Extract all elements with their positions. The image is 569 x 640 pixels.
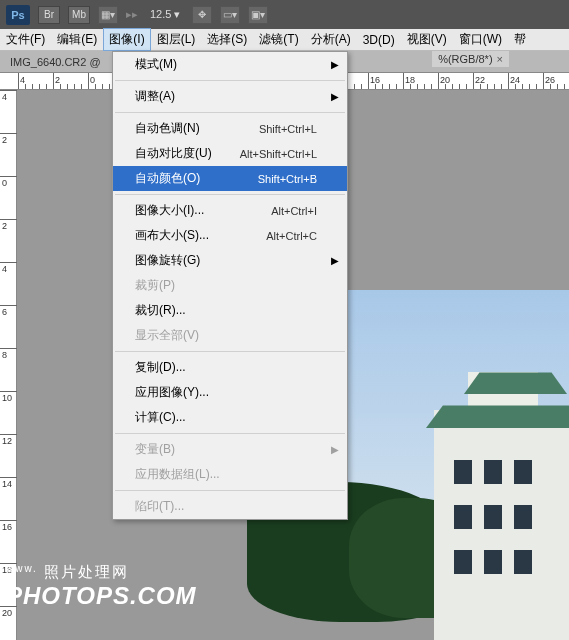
menu-separator <box>115 80 345 81</box>
menu-item: 陷印(T)... <box>113 494 347 519</box>
ruler-tick-label: 4 <box>2 264 7 274</box>
ruler-tick-label: 10 <box>2 393 12 403</box>
menu-item-label: 显示全部(V) <box>135 327 199 344</box>
menu-item[interactable]: 调整(A)▶ <box>113 84 347 109</box>
bridge-button[interactable]: Br <box>38 6 60 24</box>
menu-file[interactable]: 文件(F) <box>0 28 51 51</box>
menu-window[interactable]: 窗口(W) <box>453 28 508 51</box>
submenu-arrow-icon: ▶ <box>331 444 339 455</box>
menu-item-label: 变量(B) <box>135 441 175 458</box>
menu-item[interactable]: 计算(C)... <box>113 405 347 430</box>
menu-separator <box>115 194 345 195</box>
menu-item-label: 自动颜色(O) <box>135 170 200 187</box>
menu-analysis[interactable]: 分析(A) <box>305 28 357 51</box>
menu-item: 裁剪(P) <box>113 273 347 298</box>
menu-item-label: 复制(D)... <box>135 359 186 376</box>
menu-edit[interactable]: 编辑(E) <box>51 28 103 51</box>
screen-mode-icon[interactable]: ▦▾ <box>98 6 118 24</box>
menu-item[interactable]: 自动颜色(O)Shift+Ctrl+B <box>113 166 347 191</box>
menu-item-label: 应用数据组(L)... <box>135 466 220 483</box>
menu-item-label: 画布大小(S)... <box>135 227 209 244</box>
separator: ▸▸ <box>126 8 138 21</box>
menu-item-label: 自动色调(N) <box>135 120 200 137</box>
menu-item[interactable]: 画布大小(S)...Alt+Ctrl+C <box>113 223 347 248</box>
hand-tool-icon[interactable]: ✥ <box>192 6 212 24</box>
menu-item-label: 计算(C)... <box>135 409 186 426</box>
menu-item[interactable]: 模式(M)▶ <box>113 52 347 77</box>
menubar: 文件(F) 编辑(E) 图像(I) 图层(L) 选择(S) 滤镜(T) 分析(A… <box>0 29 569 51</box>
ruler-tick-label: 6 <box>2 307 7 317</box>
menu-item: 变量(B)▶ <box>113 437 347 462</box>
menu-item-label: 模式(M) <box>135 56 177 73</box>
menu-item: 应用数据组(L)... <box>113 462 347 487</box>
menu-layer[interactable]: 图层(L) <box>151 28 202 51</box>
menu-view[interactable]: 视图(V) <box>401 28 453 51</box>
ruler-tick-label: 8 <box>2 350 7 360</box>
menu-shortcut: Alt+Ctrl+C <box>266 230 317 242</box>
ruler-tick-label: 4 <box>2 92 7 102</box>
zoom-value[interactable]: 12.5 ▾ <box>146 8 184 21</box>
ps-logo: Ps <box>6 5 30 25</box>
ruler-vertical: 4202468101214161820 <box>0 90 17 640</box>
menu-separator <box>115 433 345 434</box>
menu-item-label: 应用图像(Y)... <box>135 384 209 401</box>
app-toolbar: Ps Br Mb ▦▾ ▸▸ 12.5 ▾ ✥ ▭▾ ▣▾ <box>0 0 569 29</box>
menu-item-label: 调整(A) <box>135 88 175 105</box>
menu-item-label: 裁切(R)... <box>135 302 186 319</box>
menu-item[interactable]: 复制(D)... <box>113 355 347 380</box>
arrange-icon[interactable]: ▭▾ <box>220 6 240 24</box>
document-tab-name: IMG_6640.CR2 @ <box>10 56 101 68</box>
menu-item-label: 自动对比度(U) <box>135 145 212 162</box>
menu-shortcut: Alt+Shift+Ctrl+L <box>240 148 317 160</box>
menu-item-label: 图像大小(I)... <box>135 202 204 219</box>
ruler-tick-label: 2 <box>2 221 7 231</box>
menu-shortcut: Alt+Ctrl+I <box>271 205 317 217</box>
close-icon[interactable]: × <box>497 53 503 65</box>
watermark: www. 照片处理网 PHOTOPS.COM <box>6 563 197 610</box>
ruler-tick-label: 12 <box>2 436 12 446</box>
menu-help[interactable]: 帮 <box>508 28 532 51</box>
menu-item[interactable]: 自动对比度(U)Alt+Shift+Ctrl+L <box>113 141 347 166</box>
menu-shortcut: Shift+Ctrl+L <box>259 123 317 135</box>
menu-item: 显示全部(V) <box>113 323 347 348</box>
menu-item-label: 裁剪(P) <box>135 277 175 294</box>
document-tab-info: %(RGB/8*)× <box>432 51 509 67</box>
screen-icon[interactable]: ▣▾ <box>248 6 268 24</box>
menu-separator <box>115 490 345 491</box>
menu-item-label: 陷印(T)... <box>135 498 184 515</box>
ruler-tick-label: 2 <box>2 135 7 145</box>
menu-filter[interactable]: 滤镜(T) <box>253 28 304 51</box>
menu-shortcut: Shift+Ctrl+B <box>258 173 317 185</box>
menu-item[interactable]: 应用图像(Y)... <box>113 380 347 405</box>
menu-3d[interactable]: 3D(D) <box>357 30 401 50</box>
menu-item[interactable]: 图像大小(I)...Alt+Ctrl+I <box>113 198 347 223</box>
menu-separator <box>115 112 345 113</box>
submenu-arrow-icon: ▶ <box>331 91 339 102</box>
ruler-tick-label: 0 <box>2 178 7 188</box>
menu-item[interactable]: 图像旋转(G)▶ <box>113 248 347 273</box>
menu-item-label: 图像旋转(G) <box>135 252 200 269</box>
menu-item[interactable]: 自动色调(N)Shift+Ctrl+L <box>113 116 347 141</box>
menu-item[interactable]: 裁切(R)... <box>113 298 347 323</box>
submenu-arrow-icon: ▶ <box>331 255 339 266</box>
image-menu-dropdown: 模式(M)▶调整(A)▶自动色调(N)Shift+Ctrl+L自动对比度(U)A… <box>112 51 348 520</box>
mini-bridge-button[interactable]: Mb <box>68 6 90 24</box>
menu-select[interactable]: 选择(S) <box>201 28 253 51</box>
ruler-tick-label: 14 <box>2 479 12 489</box>
ruler-tick-label: 16 <box>2 522 12 532</box>
menu-image[interactable]: 图像(I) <box>103 28 150 51</box>
menu-separator <box>115 351 345 352</box>
submenu-arrow-icon: ▶ <box>331 59 339 70</box>
